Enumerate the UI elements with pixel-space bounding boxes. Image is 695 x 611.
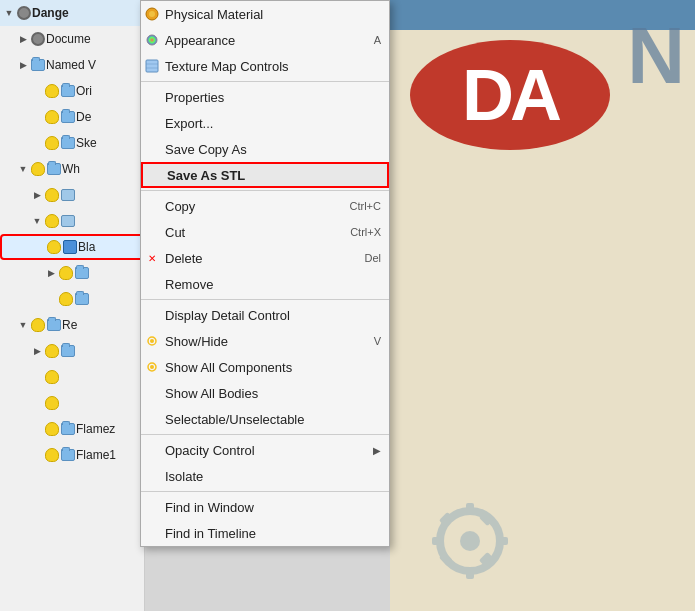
menu-item-show-hide[interactable]: Show/Hide V <box>141 328 389 354</box>
separator <box>141 81 389 82</box>
menu-item-properties[interactable]: Properties <box>141 84 389 110</box>
menu-label: Save Copy As <box>165 142 247 157</box>
logo-text: DA <box>462 54 558 136</box>
menu-item-delete[interactable]: ✕ Delete Del <box>141 245 389 271</box>
shortcut-label: Ctrl+C <box>350 200 381 212</box>
menu-item-cut[interactable]: Cut Ctrl+X <box>141 219 389 245</box>
menu-item-isolate[interactable]: Isolate <box>141 463 389 489</box>
tree-arrow <box>16 32 30 46</box>
tree-item-bla-sub2[interactable] <box>0 286 144 312</box>
gear-icon <box>31 32 45 46</box>
tree-label: Bla <box>78 240 142 254</box>
bulb-icon <box>45 344 59 358</box>
tree-item-de[interactable]: De <box>0 104 144 130</box>
menu-label: Show All Bodies <box>165 386 258 401</box>
tree-arrow <box>30 344 44 358</box>
tree-item-ori[interactable]: Ori <box>0 78 144 104</box>
menu-label: Display Detail Control <box>165 308 290 323</box>
menu-label: Properties <box>165 90 224 105</box>
menu-item-physical-material[interactable]: Physical Material <box>141 1 389 27</box>
menu-item-copy[interactable]: Copy Ctrl+C <box>141 193 389 219</box>
appearance-icon <box>145 33 159 47</box>
shortcut-label: V <box>374 335 381 347</box>
part-icon <box>61 215 75 227</box>
menu-item-export[interactable]: Export... <box>141 110 389 136</box>
bulb-icon <box>45 110 59 124</box>
tree-item-wh[interactable]: Wh <box>0 156 144 182</box>
menu-item-selectable[interactable]: Selectable/Unselectable <box>141 406 389 432</box>
tree-item-flamez[interactable]: Flamez <box>0 416 144 442</box>
submenu-arrow-icon: ▶ <box>373 445 381 456</box>
menu-label: Copy <box>165 199 195 214</box>
menu-label: Find in Timeline <box>165 526 256 541</box>
shortcut-label: Del <box>364 252 381 264</box>
menu-item-appearance[interactable]: Appearance A <box>141 27 389 53</box>
bulb-icon <box>45 214 59 228</box>
bulb-icon <box>59 292 73 306</box>
menu-item-display-detail[interactable]: Display Detail Control <box>141 302 389 328</box>
menu-item-find-window[interactable]: Find in Window <box>141 494 389 520</box>
svg-rect-15 <box>496 537 508 545</box>
menu-item-save-copy-as[interactable]: Save Copy As <box>141 136 389 162</box>
menu-item-find-timeline[interactable]: Find in Timeline <box>141 520 389 546</box>
bulb-icon <box>45 84 59 98</box>
folder-icon <box>47 319 61 331</box>
menu-label: Texture Map Controls <box>165 59 289 74</box>
svg-rect-3 <box>146 60 158 72</box>
svg-point-7 <box>150 339 154 343</box>
menu-label: Appearance <box>165 33 235 48</box>
tree-item-re[interactable]: Re <box>0 312 144 338</box>
svg-rect-14 <box>432 537 444 545</box>
folder-icon <box>61 85 75 97</box>
bulb-icon <box>31 162 45 176</box>
svg-point-11 <box>460 531 480 551</box>
component-icon <box>145 360 159 374</box>
tree-item-bla[interactable]: Bla <box>0 234 144 260</box>
bulb-icon <box>31 318 45 332</box>
menu-label: Opacity Control <box>165 443 255 458</box>
menu-label: Find in Window <box>165 500 254 515</box>
background-area: DA N <box>390 0 695 611</box>
tree-label: Flamez <box>76 422 144 436</box>
menu-item-show-all-bodies[interactable]: Show All Bodies <box>141 380 389 406</box>
folder-icon <box>61 423 75 435</box>
tree-item-re-sub2[interactable] <box>0 364 144 390</box>
tree-arrow <box>30 214 44 228</box>
menu-item-remove[interactable]: Remove <box>141 271 389 297</box>
tree-item-re-sub1[interactable] <box>0 338 144 364</box>
gear-decoration <box>420 491 520 591</box>
folder-icon <box>75 267 89 279</box>
tree-item-danger[interactable]: Dange <box>0 0 144 26</box>
logo-oval: DA <box>410 40 610 150</box>
delete-icon: ✕ <box>145 251 159 265</box>
tree-item-flame1[interactable]: Flame1 <box>0 442 144 468</box>
menu-label: Remove <box>165 277 213 292</box>
tree-item-re-sub3[interactable] <box>0 390 144 416</box>
folder-icon <box>47 163 61 175</box>
tree-label: Flame1 <box>76 448 144 462</box>
menu-label: Save As STL <box>167 168 245 183</box>
menu-item-show-all-components[interactable]: Show All Components <box>141 354 389 380</box>
tree-item-document[interactable]: Docume <box>0 26 144 52</box>
svg-point-9 <box>150 365 154 369</box>
menu-item-texture[interactable]: Texture Map Controls <box>141 53 389 79</box>
bulb-icon <box>45 448 59 462</box>
tree-arrow <box>44 266 58 280</box>
folder-icon <box>61 137 75 149</box>
tree-label: Ori <box>76 84 144 98</box>
separator <box>141 491 389 492</box>
tree-item-ske[interactable]: Ske <box>0 130 144 156</box>
menu-label: Isolate <box>165 469 203 484</box>
tree-item-bla-sub1[interactable] <box>0 260 144 286</box>
separator <box>141 434 389 435</box>
blue-block-icon <box>63 240 77 254</box>
svg-point-2 <box>147 35 157 45</box>
tree-item-wh-sub1[interactable] <box>0 182 144 208</box>
tree-item-wh-sub2[interactable] <box>0 208 144 234</box>
menu-item-opacity[interactable]: Opacity Control ▶ <box>141 437 389 463</box>
tree-item-named[interactable]: Named V <box>0 52 144 78</box>
menu-item-save-as-stl[interactable]: Save As STL <box>141 162 389 188</box>
folder-icon <box>61 111 75 123</box>
tree-label: De <box>76 110 144 124</box>
svg-point-1 <box>149 11 155 17</box>
